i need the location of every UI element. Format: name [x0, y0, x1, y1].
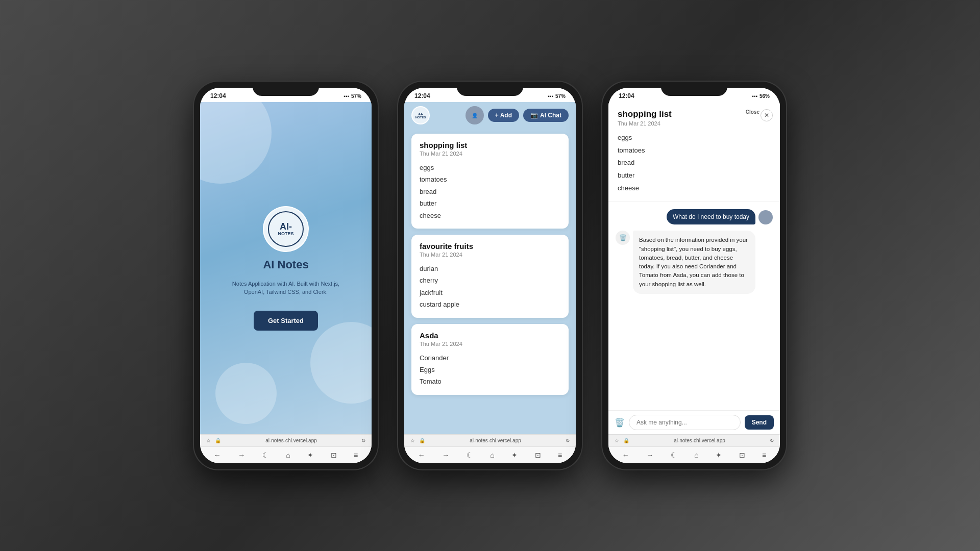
bookmark-icon-1: ☆	[206, 438, 211, 443]
browser-url-1[interactable]: ai-notes-chi.vercel.app	[225, 438, 357, 443]
lock-icon-2: 🔒	[419, 438, 425, 443]
screen-icon-1[interactable]: ⊡	[331, 451, 337, 459]
screen-icon-3[interactable]: ⊡	[739, 451, 745, 459]
bookmark-icon-2: ☆	[410, 438, 415, 443]
note-card-shopping[interactable]: shopping list Thu Mar 21 2024 eggs tomat…	[411, 134, 569, 229]
note-item-cheese: cheese	[420, 210, 560, 221]
chat-input-field[interactable]	[629, 415, 741, 430]
nav-bar-2: ← → ☾ ⌂ ✦ ⊡ ≡	[404, 446, 576, 463]
signal-icon-2: ▪▪▪	[548, 93, 553, 99]
browser-url-2[interactable]: ai-notes-chi.vercel.app	[429, 438, 561, 443]
forward-icon-1[interactable]: →	[238, 451, 245, 459]
note-card-asda[interactable]: Asda Thu Mar 21 2024 Coriander Eggs Toma…	[411, 324, 569, 395]
note-date-shopping: Thu Mar 21 2024	[420, 151, 560, 157]
back-icon-2[interactable]: ←	[418, 451, 425, 459]
time-3: 12:04	[619, 92, 634, 99]
chat-input-bar: 🗑️ Send	[608, 410, 780, 434]
notes-content: AI- NOTES 👤 + Add 📷 AI Chat shopping lis…	[404, 102, 576, 434]
chat-note-eggs: eggs	[618, 132, 771, 144]
ai-chat-button[interactable]: 📷 AI Chat	[523, 109, 569, 122]
moon-icon-1[interactable]: ☾	[262, 451, 269, 459]
ai-chat-label: AI Chat	[540, 112, 561, 119]
user-avatar-chat	[758, 210, 773, 224]
browser-bar-1: ☆ 🔒 ai-notes-chi.vercel.app ↻	[200, 434, 372, 446]
note-item-bread: bread	[420, 186, 560, 197]
add-button[interactable]: + Add	[488, 109, 519, 122]
screen-icon-2[interactable]: ⊡	[535, 451, 541, 459]
notes-list: shopping list Thu Mar 21 2024 eggs tomat…	[404, 129, 576, 434]
camera-icon: 📷	[530, 112, 538, 119]
time-1: 12:04	[210, 92, 226, 99]
signal-icon-1: ▪▪▪	[344, 93, 349, 99]
chat-note-date: Thu Mar 21 2024	[618, 120, 771, 127]
star-icon-2[interactable]: ✦	[511, 451, 518, 459]
note-title-shopping: shopping list	[420, 141, 560, 149]
ai-response-text: Based on the information provided in you…	[633, 231, 755, 294]
nav-bar-1: ← → ☾ ⌂ ✦ ⊡ ≡	[200, 446, 372, 463]
chat-messages: What do I need to buy today 🗑️ Based on …	[608, 202, 780, 410]
chat-note-tomatoes: tomatoes	[618, 144, 771, 157]
star-icon-3[interactable]: ✦	[716, 451, 722, 459]
bg-blob-3	[215, 363, 277, 424]
menu-icon-2[interactable]: ≡	[558, 451, 562, 459]
moon-icon-3[interactable]: ☾	[671, 451, 677, 459]
chat-content: shopping list Thu Mar 21 2024 eggs tomat…	[608, 102, 780, 434]
logo-circle: AI- NOTES	[263, 206, 309, 252]
refresh-icon-1[interactable]: ↻	[361, 438, 365, 443]
forward-icon-2[interactable]: →	[442, 451, 449, 459]
ai-logo-avatar: AI- NOTES	[411, 106, 430, 124]
notch-3	[661, 82, 727, 96]
close-label: Close	[746, 109, 760, 115]
menu-icon-3[interactable]: ≡	[762, 451, 766, 459]
user-message-bubble: What do I need to buy today	[667, 209, 773, 224]
phone-2: 12:04 ▪▪▪ 57% AI- NOTES 👤 + Add 📷 AI Cha…	[398, 82, 582, 469]
close-button[interactable]: ✕	[761, 109, 773, 121]
user-avatar-2: 👤	[465, 106, 484, 124]
home-icon-3[interactable]: ⌂	[694, 451, 698, 459]
trash-icon[interactable]: 🗑️	[615, 418, 625, 428]
moon-icon-2[interactable]: ☾	[467, 451, 473, 459]
signal-icon-3: ▪▪▪	[752, 93, 757, 99]
menu-icon-1[interactable]: ≡	[354, 451, 358, 459]
lock-icon-3: 🔒	[623, 438, 629, 443]
status-icons-1: ▪▪▪ 57%	[344, 93, 361, 99]
note-item-butter: butter	[420, 197, 560, 209]
note-item-tomato: Tomato	[420, 375, 560, 387]
note-item-eggs: eggs	[420, 162, 560, 173]
star-icon-1[interactable]: ✦	[307, 451, 313, 459]
refresh-icon-3[interactable]: ↻	[770, 438, 774, 443]
app-title: AI Notes	[263, 258, 308, 271]
battery-1: 57%	[351, 93, 361, 99]
status-icons-2: ▪▪▪ 57%	[548, 93, 566, 99]
note-title-asda: Asda	[420, 331, 560, 340]
browser-url-3[interactable]: ai-notes-chi.vercel.app	[633, 438, 766, 443]
note-item-jackfruit: jackfruit	[420, 287, 560, 298]
battery-2: 57%	[555, 93, 566, 99]
notch-2	[457, 82, 523, 96]
logo-ai-text: AI-	[280, 222, 292, 231]
back-icon-3[interactable]: ←	[622, 451, 629, 459]
close-icon: ✕	[764, 112, 769, 119]
bookmark-icon-3: ☆	[615, 438, 619, 443]
notch-1	[253, 82, 319, 96]
forward-icon-3[interactable]: →	[646, 451, 653, 459]
refresh-icon-2[interactable]: ↻	[566, 438, 570, 443]
chat-note-cheese: cheese	[618, 182, 771, 195]
chat-note-bread: bread	[618, 157, 771, 169]
back-icon-1[interactable]: ←	[214, 451, 221, 459]
browser-bar-2: ☆ 🔒 ai-notes-chi.vercel.app ↻	[404, 434, 576, 446]
bg-blob-1	[200, 102, 272, 184]
chat-panel: What do I need to buy today 🗑️ Based on …	[608, 202, 780, 434]
time-2: 12:04	[414, 92, 430, 99]
note-title-fruits: favourite fruits	[420, 242, 560, 251]
home-icon-1[interactable]: ⌂	[286, 451, 290, 459]
note-item-asda-eggs: Eggs	[420, 364, 560, 375]
app-description: Notes Application with AI. Built with Ne…	[225, 280, 347, 296]
home-icon-2[interactable]: ⌂	[490, 451, 494, 459]
note-card-fruits[interactable]: favourite fruits Thu Mar 21 2024 durian …	[411, 235, 569, 318]
get-started-button[interactable]: Get Started	[254, 311, 318, 331]
send-button[interactable]: Send	[745, 415, 774, 430]
note-date-asda: Thu Mar 21 2024	[420, 341, 560, 347]
chat-note-butter: butter	[618, 169, 771, 182]
logo-inner: AI- NOTES	[268, 211, 304, 247]
